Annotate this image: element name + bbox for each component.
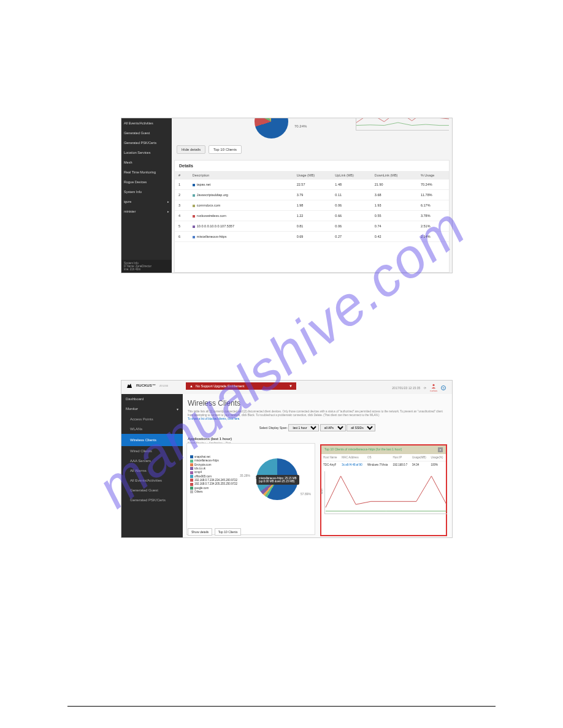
ruckus-logo-icon	[126, 382, 132, 389]
table-row[interactable]: 6miscellaneous-https0.690.270.422.14%	[175, 232, 449, 242]
sidebar-item-expandable[interactable]: igure	[121, 197, 172, 207]
tab-top10-clients[interactable]: Top 10 Clients	[215, 528, 242, 536]
col-hostip: Host IP	[391, 454, 410, 461]
figure-38-screenshot: All Events/Activities Generated Guest Ge…	[121, 118, 453, 273]
pie-chart	[255, 118, 288, 138]
legend-item: snapchat.net	[190, 455, 237, 458]
sidebar-item[interactable]: Mesh	[121, 157, 172, 167]
cell-pct: 100%	[429, 461, 446, 469]
col-mac: MAC Address	[340, 454, 366, 461]
legend-item: tds.co.uk	[190, 467, 237, 470]
sidebar-item-expandable[interactable]: minister	[121, 207, 172, 216]
cell-hostname: TDC-AnyF	[321, 461, 340, 469]
table-row[interactable]: 3commdocs.com1.980.061.936.17%	[175, 200, 449, 211]
refresh-icon[interactable]: ⟳	[424, 386, 426, 390]
sidebar-item[interactable]: System Info	[121, 187, 172, 197]
table-row[interactable]: 4ruckuswireless.com1.220.660.553.78%	[175, 211, 449, 221]
close-icon[interactable]: ×	[438, 447, 443, 452]
tab-top10-clients[interactable]: Top 10 Clients	[209, 145, 242, 154]
sidebar-item-access-points[interactable]: Access Points	[121, 414, 183, 424]
sidebar-item-generated-psk[interactable]: Generated PSK/Certs	[121, 495, 183, 505]
sidebar-item-all-alarms[interactable]: All Alarms	[121, 466, 183, 476]
page-title: Wireless Clients	[183, 394, 452, 410]
brand-model: ZD1200	[159, 384, 168, 387]
pie-legend: snapchat.netmiscellaneous-httpsEncrypta.…	[190, 455, 237, 494]
col-usagepct: Usage(%)	[429, 454, 446, 461]
warning-icon: ▲	[190, 384, 193, 388]
sidebar-item-wireless-clients[interactable]: Wireless Clients	[121, 434, 183, 446]
legend-item: Others	[190, 490, 237, 493]
sidebar-footer: System Info D Name: ZoneDirector ime: 21…	[121, 260, 172, 273]
top-charts-row: 70.24%	[172, 118, 452, 143]
sidebar-item-wired-clients[interactable]: Wired Clients	[121, 446, 183, 456]
blocked-clients-link[interactable]: To show a list of blocked clients, click…	[188, 417, 240, 420]
legend-item: Encrypta.com	[190, 463, 237, 466]
legend-item: 192.168.0.7.234.234.245.200.9722	[190, 479, 237, 482]
sidebar-item[interactable]: Rogue Devices	[121, 177, 172, 187]
sidebar-item[interactable]: Generated Guest	[121, 128, 172, 138]
cell-mac-link[interactable]: 3c:a9:f4:48:af:90	[340, 461, 366, 469]
main-content: Wireless Clients This table lists all [1…	[183, 394, 452, 537]
applications-panel-title: Applications (last 1 hour)	[183, 435, 452, 442]
page-description: This table lists all [1] currently conne…	[183, 410, 452, 423]
panel-header-title: Top 10 Clients of miscellaneous-https [f…	[324, 447, 402, 452]
brand-logo-text: RUCKUS™	[136, 384, 156, 387]
pie-slice-percent-1: 35.28%	[240, 474, 250, 477]
pie-percent-label: 70.24%	[294, 124, 307, 128]
filter-ap-select[interactable]: all APs	[320, 424, 346, 431]
sidebar-item[interactable]: All Events/Activities	[121, 118, 172, 128]
top-bar: RUCKUS™ ZD1200	[126, 382, 168, 389]
table-row[interactable]: 2Javascriptaddtap.org3.790.113.6811.78%	[175, 190, 449, 200]
details-table: # Description Usage (MB) UpLink (MB) Dow…	[175, 171, 449, 242]
table-row[interactable]: TDC-AnyF 3c:a9:f4:48:af:90 Windows 7/Vis…	[321, 461, 446, 469]
tab-show-details[interactable]: Show details	[188, 528, 212, 536]
legend-item: google.com	[190, 487, 237, 490]
banner-text: No Support Upgrade Entitlement	[196, 384, 245, 388]
table-row[interactable]: 510.0.0.0.10.0.0.107.53570.810.060.742.5…	[175, 221, 449, 232]
sidebar-item[interactable]: Location Services	[121, 148, 172, 157]
filter-ssid-select[interactable]: all SSIDs	[347, 424, 375, 431]
top-utility: 2017/01/23 12:15:35 ⟳ ruckus ?	[392, 384, 446, 392]
help-icon[interactable]: ?	[441, 385, 446, 390]
legend-item: icmp4	[190, 471, 237, 474]
sidebar-item-aaa-servers[interactable]: AAA Servers	[121, 456, 183, 466]
chevron-down-icon: ▾	[177, 407, 178, 411]
alert-banner[interactable]: ▲ No Support Upgrade Entitlement ▼	[186, 382, 296, 390]
col-pct-usage: % Usage	[417, 171, 449, 180]
banner-dropdown-icon[interactable]: ▼	[289, 384, 293, 388]
figure-39-screenshot: RUCKUS™ ZD1200 ▲ No Support Upgrade Enti…	[121, 380, 453, 538]
cell-mb: 34.34	[410, 461, 429, 469]
sidebar-item-all-events[interactable]: All Events/Activities	[121, 476, 183, 485]
col-uplink: UpLink (MB)	[331, 171, 370, 180]
sidebar-item-dashboard[interactable]: Dashboard	[121, 394, 183, 404]
top10-clients-panel: Top 10 Clients of miscellaneous-https [f…	[320, 444, 447, 536]
filter-span-select[interactable]: last 1 hour	[288, 424, 319, 431]
col-hostname: Host Name	[321, 454, 340, 461]
bottom-tab-row: Show details Top 10 Clients	[188, 528, 242, 536]
details-panel: Details # Description Usage (MB) UpLink …	[174, 160, 450, 273]
user-icon[interactable]	[431, 384, 436, 389]
legend-item: miscellaneous-https	[190, 459, 237, 462]
top10-clients-table: Host Name MAC Address OS Host IP Usage(M…	[321, 454, 446, 468]
tab-hide-details[interactable]: Hide details	[177, 145, 205, 154]
legend-item: office365.com	[190, 475, 237, 478]
sidebar-item-generated-guest[interactable]: Generated Guest	[121, 485, 183, 495]
panel-header: Top 10 Clients of miscellaneous-https [f…	[321, 446, 446, 454]
col-usage: Usage (MB)	[293, 171, 332, 180]
sidebar-item[interactable]: Real Time Monitoring	[121, 167, 172, 177]
table-row[interactable]: 1tapas.net22.571.4821.9070.24%	[175, 180, 449, 190]
sidebar-item[interactable]: Generated PSK/Certs	[121, 138, 172, 148]
details-title: Details	[175, 161, 449, 171]
legend-item: 192.168.0.7.234.205.255.250.9722	[190, 482, 237, 485]
client-traffic-line-chart: Apps	[324, 471, 447, 514]
sidebar-item-monitor[interactable]: Monitor▾	[121, 404, 183, 414]
cell-os: Windows 7/Vista	[366, 461, 391, 469]
datetime-label: 2017/01/23 12:15:35	[392, 386, 420, 390]
sidebar-footer-uptime: ime: 21h 43m	[124, 268, 169, 271]
line-chart	[356, 118, 449, 131]
sidebar-item-wlans[interactable]: WLANs	[121, 424, 183, 434]
col-downlink: DownLink (MB)	[371, 171, 417, 180]
chart-ylabel: Apps	[320, 488, 323, 494]
pie-tooltip: miscellaneous-https: 25.15 MB (up:0.00 M…	[256, 475, 299, 485]
sidebar-nav: Dashboard Monitor▾ Access Points WLANs W…	[121, 394, 183, 537]
